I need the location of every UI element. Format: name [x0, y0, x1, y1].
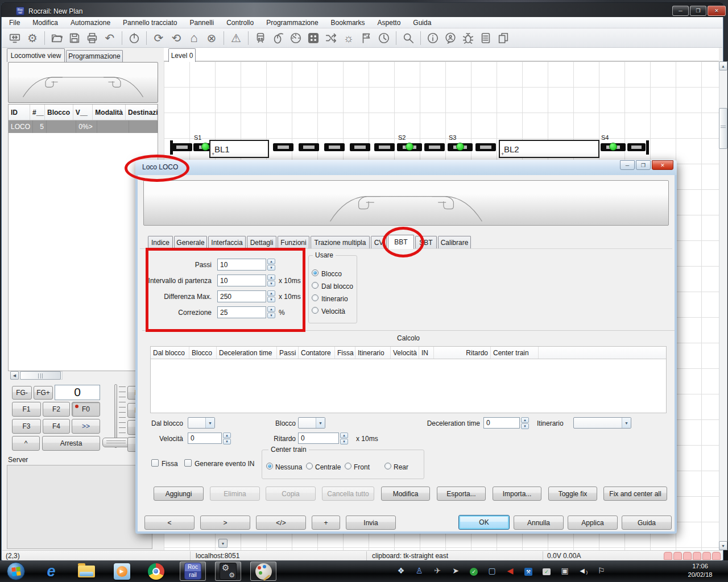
- col-dal-blocco[interactable]: Dal blocco: [151, 347, 189, 359]
- h-scrollbar-thumb[interactable]: [20, 371, 61, 380]
- col-addr[interactable]: #__: [30, 105, 45, 120]
- generare-evento-in-checkbox[interactable]: [184, 459, 192, 467]
- dialog-maximize-button[interactable]: ❐: [636, 160, 651, 170]
- aggiungi-button[interactable]: Aggiungi: [154, 487, 204, 501]
- main-title-bar[interactable]: Rocrail Rocrail: New Plan ─ ❐ ✕: [1, 2, 723, 17]
- dialog-tab-indice[interactable]: Indice: [148, 236, 173, 248]
- block-bl2[interactable]: BL2+: [499, 140, 599, 158]
- edit-dal-blocco-combo[interactable]: ▼: [188, 417, 215, 429]
- center-train-radio-nessuna[interactable]: [266, 463, 273, 469]
- maximize-button[interactable]: ❐: [690, 6, 706, 16]
- undo-icon[interactable]: ↶: [102, 30, 118, 46]
- f0-button[interactable]: F0: [72, 402, 100, 417]
- tray-volume-icon[interactable]: ◄): [578, 566, 588, 575]
- tray-user-icon[interactable]: ♙: [414, 566, 424, 575]
- power-icon[interactable]: [126, 30, 142, 46]
- edit-blocco-combo[interactable]: ▼: [298, 417, 325, 429]
- menu-programmazione[interactable]: Programmazione: [266, 19, 318, 27]
- dialog-tab-dettagli[interactable]: Dettagli: [247, 236, 276, 248]
- center-train-front-label[interactable]: Front: [354, 463, 370, 471]
- tray-network-icon[interactable]: ▣: [560, 566, 570, 575]
- close-button[interactable]: ✕: [708, 6, 726, 16]
- dialog-tab-funzioni[interactable]: Funzioni: [278, 236, 309, 248]
- routes-grid-icon[interactable]: [305, 30, 321, 46]
- start-button[interactable]: [5, 562, 27, 580]
- edit-deceleration-spinner[interactable]: ▲▼: [521, 417, 529, 429]
- toggle-fix-button[interactable]: Toggle fix: [548, 487, 597, 501]
- col-passi[interactable]: Passi: [277, 347, 299, 359]
- throttle-slot[interactable]: [712, 552, 721, 560]
- log-list-icon[interactable]: [478, 30, 494, 46]
- open-folder-icon[interactable]: [49, 30, 65, 46]
- annulla-button[interactable]: Annulla: [514, 516, 564, 530]
- bug-icon[interactable]: [460, 30, 476, 46]
- tab-programmazione[interactable]: Programmazione: [66, 50, 123, 62]
- throttle-slot[interactable]: [693, 552, 701, 560]
- minimize-button[interactable]: ─: [672, 6, 689, 16]
- throttle-slot[interactable]: [673, 552, 682, 560]
- taskbar-chrome-icon[interactable]: [144, 562, 167, 580]
- home-icon[interactable]: ⌂: [186, 30, 202, 46]
- sensor-dot-s1[interactable]: [201, 143, 209, 151]
- light-icon[interactable]: ☼: [341, 30, 357, 46]
- refresh-ccw-icon[interactable]: ⟲: [168, 30, 184, 46]
- track-segment[interactable]: [172, 143, 192, 151]
- next-button[interactable]: >: [200, 516, 250, 530]
- dialog-tab-generale[interactable]: Generale: [174, 236, 207, 248]
- tray-audio-muted-icon[interactable]: ◀: [505, 566, 515, 575]
- usare-radio-velocita[interactable]: [312, 307, 318, 314]
- taskbar-rocrail-server-icon[interactable]: ⚙⚙: [215, 562, 241, 581]
- feedback-icon[interactable]: [442, 30, 458, 46]
- esporta-button[interactable]: Esporta...: [437, 487, 486, 501]
- throttle-mouse-icon[interactable]: [270, 30, 286, 46]
- taskbar-paint-icon[interactable]: [250, 562, 276, 581]
- taskbar-media-player-icon[interactable]: ▶: [110, 562, 133, 580]
- track-segment[interactable]: [324, 143, 345, 151]
- track-segment[interactable]: [627, 143, 646, 151]
- col-fissa[interactable]: Fissa: [335, 347, 355, 359]
- taskbar-internet-explorer-icon[interactable]: e: [40, 562, 63, 580]
- fg-minus-button[interactable]: FG-: [12, 386, 32, 400]
- tray-tools-icon[interactable]: ⚒: [523, 566, 533, 575]
- calcolo-table[interactable]: Dal blocco Blocco Deceleration time Pass…: [150, 346, 667, 413]
- sensor-dot-s3[interactable]: [456, 143, 464, 151]
- refresh-cw-icon[interactable]: ⟳: [151, 30, 167, 46]
- f4-button[interactable]: F4: [43, 419, 70, 434]
- applica-button[interactable]: Applica: [568, 516, 618, 530]
- usare-radio-dal-blocco[interactable]: [312, 282, 318, 289]
- invia-button[interactable]: Invia: [346, 516, 396, 530]
- clock-icon[interactable]: [376, 30, 392, 46]
- cancella-tutto-button[interactable]: Cancella tutto: [322, 487, 374, 501]
- center-train-radio-rear[interactable]: [384, 463, 391, 469]
- usare-itinerario-label[interactable]: Itinerario: [321, 295, 348, 303]
- edit-ritardo-input[interactable]: [298, 433, 339, 444]
- f2-button[interactable]: F2: [43, 402, 70, 417]
- edit-itinerario-combo[interactable]: ▼: [573, 417, 631, 429]
- plan-scroll-down-arrow[interactable]: ▼: [719, 541, 727, 550]
- toggle-view-button[interactable]: </>: [256, 516, 306, 530]
- edit-ritardo-spinner[interactable]: ▲▼: [340, 433, 348, 444]
- buffer-stop-right[interactable]: [646, 140, 649, 155]
- fissa-checkbox[interactable]: [151, 459, 159, 467]
- tray-launcher-icon[interactable]: ➤: [450, 566, 461, 575]
- dialog-title-bar[interactable]: Loco LOCO: [135, 160, 677, 175]
- speed-slider-handle[interactable]: [102, 438, 130, 447]
- finish-flag-icon[interactable]: [358, 30, 374, 46]
- dialog-tab-trazione-multipla[interactable]: Trazione multipla: [311, 236, 370, 248]
- f1-button[interactable]: F1: [12, 402, 41, 417]
- generare-evento-in-label[interactable]: Generare evento IN: [195, 460, 254, 468]
- col-blocco[interactable]: Blocco: [45, 105, 73, 120]
- sensor-dot-s4[interactable]: [609, 143, 617, 151]
- menu-file[interactable]: File: [9, 19, 20, 27]
- col-center-train[interactable]: Center train: [491, 347, 539, 359]
- col-itinerario[interactable]: Itinerario: [355, 347, 391, 359]
- track-segment[interactable]: [273, 143, 293, 151]
- table-row-loco[interactable]: LOCO 5 0%>: [9, 120, 158, 133]
- menu-pannelli[interactable]: Pannelli: [189, 19, 214, 27]
- copia-button[interactable]: Copia: [266, 487, 316, 501]
- block-bl1[interactable]: BL1+: [209, 140, 269, 158]
- ok-button[interactable]: OK: [458, 515, 510, 530]
- usare-radio-blocco[interactable]: [312, 269, 318, 276]
- scroll-left-arrow[interactable]: ◀: [10, 371, 19, 380]
- track-segment[interactable]: [350, 143, 370, 151]
